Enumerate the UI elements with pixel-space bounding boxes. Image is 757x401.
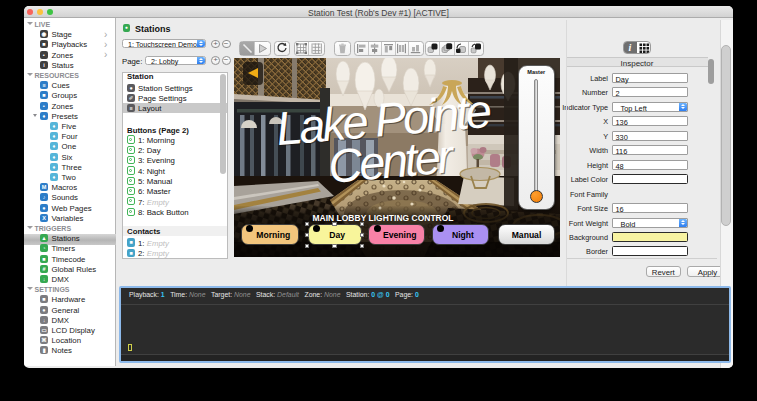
svg-text:Center: Center	[326, 129, 458, 193]
